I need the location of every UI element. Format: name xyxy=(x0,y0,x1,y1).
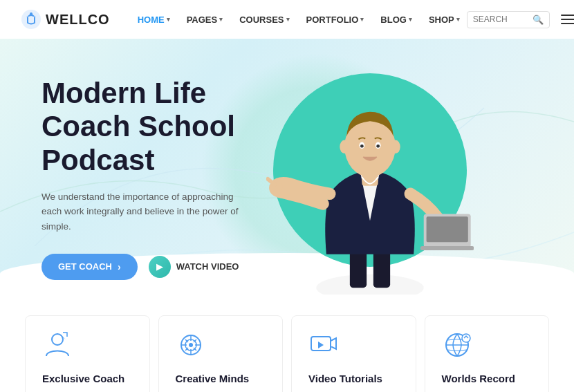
video-tutorials-icon xyxy=(308,330,339,360)
logo-icon xyxy=(21,9,41,30)
card-exclusive-coach: Exclusive Coach We have a flexible, high… xyxy=(25,315,150,392)
search-input[interactable] xyxy=(473,15,528,24)
worlds-record-icon xyxy=(442,330,472,360)
arrow-icon: › xyxy=(118,261,121,272)
hamburger-line xyxy=(561,15,574,16)
svg-point-15 xyxy=(391,140,400,153)
svg-point-17 xyxy=(52,334,63,345)
svg-point-14 xyxy=(340,140,349,153)
hamburger-line xyxy=(561,23,574,24)
nav-pages[interactable]: PAGES ▾ xyxy=(180,10,230,29)
nav-blog[interactable]: BLOG ▾ xyxy=(373,10,419,29)
hero-section: Modern Life Coach School Podcast We unde… xyxy=(0,39,574,295)
chevron-down-icon: ▾ xyxy=(409,16,412,23)
search-button[interactable]: 🔍 xyxy=(533,15,544,25)
chevron-down-icon: ▾ xyxy=(167,16,170,23)
svg-point-20 xyxy=(189,343,193,347)
svg-point-23 xyxy=(462,334,470,342)
cards-section: Exclusive Coach We have a flexible, high… xyxy=(0,295,574,392)
nav-home[interactable]: HOME ▾ xyxy=(131,10,177,29)
nav-right: 🔍 xyxy=(467,11,574,28)
nav-links: HOME ▾ PAGES ▾ COURSES ▾ PORTFOLIO ▾ BLO… xyxy=(131,10,467,29)
logo-text: WELLCO xyxy=(46,12,110,28)
hero-description: We understand the importance of approach… xyxy=(41,189,249,234)
svg-point-12 xyxy=(360,144,364,148)
hamburger-menu[interactable] xyxy=(558,12,574,27)
search-box[interactable]: 🔍 xyxy=(467,11,550,28)
chevron-down-icon: ▾ xyxy=(219,16,223,23)
svg-point-1 xyxy=(30,12,33,15)
card-worlds-record: Worlds Record What separates theme from … xyxy=(425,315,550,392)
chevron-down-icon: ▾ xyxy=(360,16,364,23)
nav-shop[interactable]: SHOP ▾ xyxy=(422,10,467,29)
creative-minds-icon xyxy=(176,330,206,360)
chevron-down-icon: ▾ xyxy=(456,16,460,23)
card-creative-minds: Creative Minds You not only develop your… xyxy=(158,315,284,392)
card-title-video-tutorials: Video Tutorials xyxy=(308,373,399,384)
person-figure xyxy=(263,46,477,295)
logo[interactable]: WELLCO xyxy=(21,9,110,30)
svg-point-2 xyxy=(316,274,423,295)
svg-point-13 xyxy=(376,144,380,148)
hamburger-line xyxy=(561,19,574,20)
nav-portfolio[interactable]: PORTFOLIO ▾ xyxy=(299,10,371,29)
hero-title: Modern Life Coach School Podcast xyxy=(41,77,249,177)
card-title-worlds-record: Worlds Record xyxy=(442,373,533,384)
card-title-exclusive-coach: Exclusive Coach xyxy=(42,373,133,384)
card-video-tutorials: Video Tutorials We understand the import… xyxy=(291,315,416,392)
hero-buttons: GET COACH › ▶ WATCH VIDEO xyxy=(41,254,249,280)
nav-courses[interactable]: COURSES ▾ xyxy=(232,10,296,29)
person-svg xyxy=(266,59,474,295)
svg-rect-8 xyxy=(420,246,474,250)
navbar: WELLCO HOME ▾ PAGES ▾ COURSES ▾ PORTFOLI… xyxy=(0,0,574,39)
exclusive-coach-icon xyxy=(42,330,73,360)
card-title-creative-minds: Creative Minds xyxy=(176,373,266,384)
hero-content: Modern Life Coach School Podcast We unde… xyxy=(0,39,290,280)
watch-video-button[interactable]: ▶ WATCH VIDEO xyxy=(149,256,239,278)
play-icon: ▶ xyxy=(149,256,171,278)
svg-rect-7 xyxy=(427,216,468,242)
get-coach-button[interactable]: GET COACH › xyxy=(41,254,138,280)
chevron-down-icon: ▾ xyxy=(286,16,290,23)
hero-person-image xyxy=(249,39,491,295)
